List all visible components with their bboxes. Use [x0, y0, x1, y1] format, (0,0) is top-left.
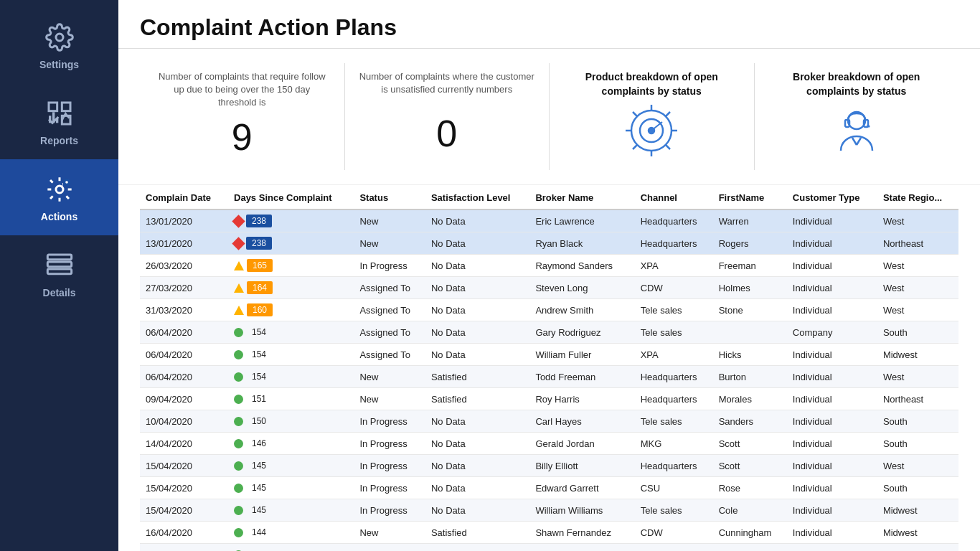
cell-region: West: [877, 299, 958, 321]
cell-satisfaction: Satisfied: [425, 544, 529, 551]
cell-satisfaction: Satisfied: [425, 366, 529, 388]
sidebar-item-reports[interactable]: Reports: [0, 83, 118, 159]
cell-region: West: [877, 209, 958, 232]
cell-status: New: [354, 544, 425, 551]
cell-satisfaction: No Data: [425, 321, 529, 344]
cell-satisfaction: No Data: [425, 499, 529, 522]
table-row: 31/03/2020 160 Assigned To No Data Andre…: [140, 299, 958, 321]
col-firstname: FirstName: [713, 185, 787, 209]
col-custtype: Customer Type: [787, 185, 877, 209]
cell-channel: Headquarters: [635, 455, 713, 477]
cell-days: 238: [228, 209, 354, 232]
cell-region: South: [877, 477, 958, 499]
cell-date: 10/04/2020: [140, 410, 228, 433]
reports-icon: [42, 96, 77, 131]
cell-satisfaction: No Data: [425, 455, 529, 477]
cell-channel: Headquarters: [635, 232, 713, 255]
cell-region: South: [877, 433, 958, 455]
cell-custtype: Individual: [787, 299, 877, 321]
cell-date: 15/04/2020: [140, 499, 228, 522]
cell-days: 154: [228, 366, 354, 388]
svg-rect-6: [56, 118, 58, 123]
cell-firstname: Cole: [713, 499, 787, 522]
cell-status: Assigned To: [354, 299, 425, 321]
cell-days: 145: [228, 477, 354, 499]
col-broker: Broker Name: [529, 185, 634, 209]
cell-days: 145: [228, 455, 354, 477]
cell-status: In Progress: [354, 410, 425, 433]
cell-status: In Progress: [354, 433, 425, 455]
cell-broker: Eric Lawrence: [529, 209, 634, 232]
cell-firstname: Sanders: [713, 410, 787, 433]
cell-firstname: Stone: [713, 299, 787, 321]
product-icon-area: [564, 98, 740, 163]
cell-custtype: Individual: [787, 232, 877, 255]
cell-firstname: Burton: [713, 366, 787, 388]
cell-days: 165: [228, 255, 354, 277]
cell-date: 31/03/2020: [140, 299, 228, 321]
cell-date: 06/04/2020: [140, 366, 228, 388]
svg-line-30: [852, 138, 857, 145]
cell-satisfaction: No Data: [425, 277, 529, 299]
table-row: 13/01/2020 238 New No Data Eric Lawrence…: [140, 209, 958, 232]
cell-broker: Gerald Jordan: [529, 433, 634, 455]
cell-date: 27/03/2020: [140, 277, 228, 299]
cell-firstname: Holmes: [713, 277, 787, 299]
cell-region: Northeast: [877, 388, 958, 410]
cell-channel: Tele sales: [635, 321, 713, 344]
cell-status: New: [354, 522, 425, 544]
cell-date: 13/01/2020: [140, 232, 228, 255]
svg-text:!: !: [62, 182, 63, 189]
threshold-value: 9: [154, 116, 330, 159]
cell-satisfaction: Satisfied: [425, 522, 529, 544]
unsatisfied-desc: Number of complaints where the customer …: [359, 70, 535, 106]
svg-point-8: [64, 180, 69, 185]
product-title: Product breakdown of open complaints by …: [564, 70, 740, 98]
cell-days: 150: [228, 410, 354, 433]
svg-line-23: [633, 145, 637, 149]
svg-line-21: [666, 145, 670, 149]
cell-days: 138: [228, 544, 354, 551]
cell-custtype: Individual: [787, 433, 877, 455]
cell-channel: Headquarters: [635, 388, 713, 410]
cell-date: 06/04/2020: [140, 321, 228, 344]
cell-days: 238: [228, 232, 354, 255]
cell-status: Assigned To: [354, 344, 425, 366]
cell-satisfaction: No Data: [425, 410, 529, 433]
sidebar-item-actions[interactable]: ! Actions: [0, 159, 118, 235]
cell-days: 160: [228, 299, 354, 321]
table-container[interactable]: Complain Date Days Since Complaint Statu…: [118, 185, 980, 551]
cell-custtype: Individual: [787, 499, 877, 522]
cell-custtype: Individual: [787, 344, 877, 366]
svg-rect-12: [47, 269, 71, 274]
cell-status: In Progress: [354, 455, 425, 477]
cell-channel: CSU: [635, 477, 713, 499]
cell-status: New: [354, 366, 425, 388]
cell-channel: Tele sales: [635, 499, 713, 522]
cell-satisfaction: No Data: [425, 299, 529, 321]
svg-rect-5: [52, 112, 55, 123]
summary-card-threshold: Number of complaints that require follow…: [140, 63, 345, 170]
cell-date: 09/04/2020: [140, 388, 228, 410]
sidebar-item-details[interactable]: Details: [0, 235, 118, 311]
cell-region: West: [877, 255, 958, 277]
table-row: 22/04/2020 138 New Satisfied Nicholas Ca…: [140, 544, 958, 551]
cell-region: South: [877, 321, 958, 344]
cell-firstname: Freeman: [713, 255, 787, 277]
svg-rect-1: [49, 103, 57, 111]
settings-icon: [42, 20, 77, 55]
complaints-table: Complain Date Days Since Complaint Statu…: [140, 185, 958, 551]
svg-point-0: [56, 34, 63, 41]
cell-custtype: Individual: [787, 277, 877, 299]
sidebar-item-settings[interactable]: Settings: [0, 7, 118, 83]
col-region: State Regio...: [877, 185, 958, 209]
svg-line-20: [633, 112, 637, 116]
table-row: 06/04/2020 154 New Satisfied Todd Freema…: [140, 366, 958, 388]
table-row: 15/04/2020 145 In Progress No Data Billy…: [140, 455, 958, 477]
cell-broker: Edward Garrett: [529, 477, 634, 499]
actions-icon: !: [42, 172, 77, 207]
cell-date: 06/04/2020: [140, 344, 228, 366]
cell-firstname: Cunningham: [713, 522, 787, 544]
cell-broker: William Fuller: [529, 344, 634, 366]
cell-custtype: Individual: [787, 255, 877, 277]
